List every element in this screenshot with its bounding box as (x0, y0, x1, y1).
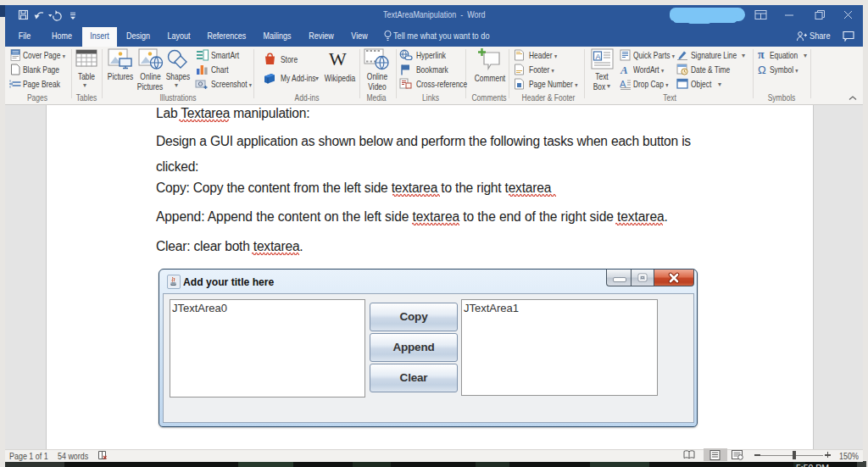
svg-text:A: A (620, 64, 628, 75)
svg-text:A: A (596, 53, 601, 61)
